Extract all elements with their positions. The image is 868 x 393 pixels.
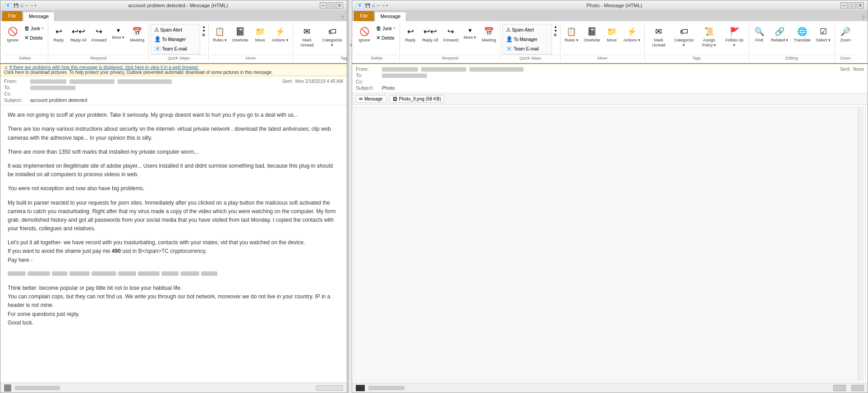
left-meeting-button[interactable]: 📅 Meeting (128, 24, 147, 44)
right-onenote-icon: 📓 (586, 25, 598, 38)
email-para-6: My built-in parser reacted to your reque… (8, 199, 340, 233)
quicksteps-down-arrow[interactable]: ▼ (202, 29, 206, 33)
left-junk-button[interactable]: 🗑 Junk▾ (22, 24, 46, 33)
right-zoom-icon: 🔎 (839, 25, 852, 38)
right-message-tab[interactable]: Message (375, 12, 407, 22)
left-file-tab[interactable]: File (2, 11, 22, 21)
left-mark-unread-button[interactable]: ✉ Mark Unread (295, 24, 319, 49)
right-tab-row: File Message ? (352, 10, 868, 21)
left-move-label: Move (211, 55, 291, 60)
right-spam-alert-button[interactable]: ⚠ Spam Alert (504, 25, 551, 34)
left-scrollbar-thumb[interactable] (316, 385, 343, 391)
right-move-button[interactable]: 📁 Move (603, 24, 620, 44)
right-help-icon[interactable]: ? (862, 15, 865, 21)
left-actions-button[interactable]: ⚡ Actions ▾ (270, 24, 291, 44)
right-select-button[interactable]: ☑ Select ▾ (813, 24, 833, 44)
right-reply-button[interactable]: ↩ Reply (402, 24, 419, 44)
right-assign-policy-icon: 📜 (703, 25, 716, 38)
right-translate-button[interactable]: 🌐 Translate (791, 24, 813, 44)
left-spam-alert-button[interactable]: ⚠ Spam Alert (152, 25, 199, 34)
right-minimize-button[interactable]: ─ (840, 2, 848, 9)
left-reply-button[interactable]: ↩ Reply (50, 24, 67, 44)
right-find-button[interactable]: 🔍 Find (751, 24, 768, 44)
quicksteps-up-arrow[interactable]: ▲ (202, 25, 206, 29)
right-respond-group: ↩ Reply ↩↩ Reply All ↪ Forward ▾ More ▾ (400, 23, 501, 61)
right-delete-button[interactable]: ✕ Delete (374, 33, 398, 42)
left-quicksteps-group: ⚠ Spam Alert 👤 To Manager 📧 Team E-mail (149, 23, 209, 61)
left-onenote-button[interactable]: 📓 OneNote (230, 24, 251, 44)
right-categorize-button[interactable]: 🏷 Categorize ▾ (672, 24, 696, 49)
right-file-tab[interactable]: File (354, 11, 374, 21)
left-forward-button[interactable]: ↪ Forward (89, 24, 109, 44)
right-quicksteps-down[interactable]: ▼ (554, 29, 557, 33)
view-in-browser-link[interactable]: If there are problems with how this mess… (9, 65, 199, 70)
left-team-email-button[interactable]: 📧 Team E-mail (152, 44, 199, 53)
right-to-manager-button[interactable]: 👤 To Manager (504, 35, 551, 44)
right-assign-policy-button[interactable]: 📜 Assign Policy ▾ (697, 24, 721, 49)
attachment-photo[interactable]: 🖼 Photo_9.png (58 KB) (390, 95, 444, 103)
right-email-body (354, 107, 866, 381)
right-zoom-label: Zoom (837, 55, 854, 60)
ignore-icon: 🚫 (6, 25, 19, 38)
right-zoom-button[interactable]: 🔎 Zoom (837, 24, 854, 44)
right-reply-all-button[interactable]: ↩↩ Reply All (420, 24, 440, 44)
right-quicksteps-expand[interactable]: ⊞ (554, 33, 557, 37)
crypto-address (8, 270, 340, 279)
right-scrollbar[interactable] (858, 107, 863, 380)
right-person-icon1[interactable] (833, 385, 846, 391)
email-para-8: Think better: become popular or pay litt… (8, 284, 340, 327)
right-find-icon: 🔍 (753, 25, 766, 38)
right-restore-button[interactable]: □ (849, 2, 856, 9)
right-person-icon2[interactable] (851, 385, 864, 391)
right-respond-label: Respond (402, 55, 498, 60)
to-redacted (30, 86, 75, 90)
right-mark-unread-button[interactable]: ✉ Mark Unread (647, 24, 671, 49)
right-ignore-button[interactable]: 🚫 Ignore (356, 24, 373, 44)
left-ignore-button[interactable]: 🚫 Ignore (4, 24, 21, 44)
left-more-respond-button[interactable]: ▾ More ▾ (110, 24, 127, 41)
left-move-button[interactable]: 📁 Move (252, 24, 269, 44)
right-actions-button[interactable]: ⚡ Actions ▾ (621, 24, 643, 44)
right-ribbon: 🚫 Ignore 🗑 Junk▾ ✕ Delete De (352, 21, 868, 64)
right-editing-label: Editing (751, 55, 833, 60)
info-line2: Click here to download pictures. To help… (4, 70, 343, 75)
sent-time: Sent: Mon 2/18/2019 4:45 AM (282, 79, 343, 84)
email-para-1: We are not going to scoff at your proble… (8, 111, 340, 119)
left-respond-label: Respond (50, 55, 147, 60)
right-forward-button[interactable]: ↪ Forward (441, 24, 460, 44)
right-to-label: To: (356, 73, 378, 78)
right-related-icon: 🔗 (773, 25, 786, 38)
right-junk-button[interactable]: 🗑 Junk▾ (374, 24, 398, 33)
quicksteps-expand[interactable]: ⊞ (202, 33, 206, 37)
attachment-message[interactable]: ✉ Message (356, 95, 386, 103)
right-from-label: From: (356, 66, 378, 72)
minimize-button[interactable]: ─ (320, 2, 327, 9)
right-team-email-button[interactable]: 📧 Team E-mail (504, 44, 551, 53)
right-more-respond-button[interactable]: ▾ More ▾ (461, 24, 478, 41)
right-mark-unread-icon: ✉ (652, 25, 665, 38)
right-move-group: 📋 Rules ▾ 📓 OneNote 📁 Move ⚡ Actions ▾ (560, 23, 645, 61)
right-close-button[interactable]: ✕ (857, 2, 864, 9)
right-related-button[interactable]: 🔗 Related ▾ (769, 24, 791, 44)
close-button[interactable]: ✕ (336, 2, 343, 9)
left-title-bar: 📧 💾 🖨 ↩ ↪ ▾ account problem detected - M… (0, 0, 347, 10)
right-meeting-button[interactable]: 📅 Meeting (479, 24, 498, 44)
right-meeting-icon: 📅 (482, 25, 495, 38)
more-respond-icon: ▾ (113, 25, 123, 35)
right-onenote-button[interactable]: 📓 OneNote (582, 24, 602, 44)
right-from-redacted (382, 67, 418, 72)
right-quicksteps-up[interactable]: ▲ (554, 25, 557, 29)
left-rules-button[interactable]: 📋 Rules ▾ (211, 24, 229, 44)
right-categorize-icon: 🏷 (678, 25, 690, 38)
left-to-manager-button[interactable]: 👤 To Manager (152, 35, 199, 44)
right-select-icon: ☑ (817, 25, 830, 38)
right-rules-button[interactable]: 📋 Rules ▾ (562, 24, 581, 44)
left-reply-all-button[interactable]: ↩↩ Reply All (68, 24, 88, 44)
right-follow-up-button[interactable]: 🚩 Follow Up ▾ (722, 24, 747, 49)
left-delete-button[interactable]: ✕ Delete (22, 33, 46, 42)
left-message-tab[interactable]: Message (23, 12, 55, 22)
help-icon[interactable]: ? (341, 15, 344, 21)
left-categorize-button[interactable]: 🏷 Categorize ▾ (320, 24, 344, 49)
restore-button[interactable]: □ (328, 2, 335, 9)
email-para-4: It was implemented on illegitimate site … (8, 162, 340, 179)
